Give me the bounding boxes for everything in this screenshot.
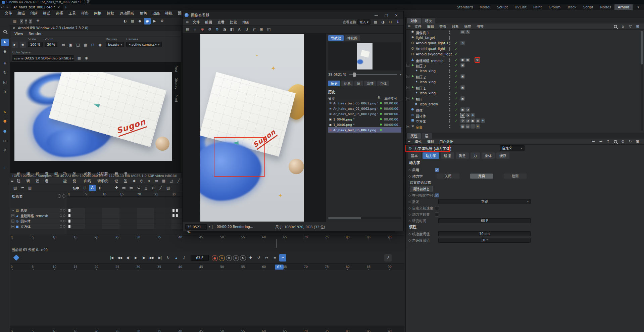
preview-mode-button[interactable]: ▴: [172, 254, 180, 262]
info-tab-2[interactable]: 层: [354, 81, 363, 86]
enabled-check-icon[interactable]: ✓: [455, 41, 457, 45]
layout-tab-paint[interactable]: Paint: [530, 4, 545, 10]
expander-icon[interactable]: -: [406, 97, 409, 100]
prev-frame-button[interactable]: ◀|: [124, 254, 131, 262]
crop-icon[interactable]: ⊡: [89, 42, 96, 48]
enabled-check-icon[interactable]: ✓: [455, 47, 457, 51]
frame-icon[interactable]: ▭: [153, 178, 160, 184]
up-icon[interactable]: ↑: [605, 138, 611, 145]
stop-render-icon[interactable]: ⊗: [199, 26, 206, 33]
expander-icon[interactable]: +: [11, 214, 14, 217]
object-row-1[interactable]: ⊕light_target: [406, 35, 644, 41]
back-icon[interactable]: ←: [590, 138, 597, 145]
phong-tag-icon[interactable]: ◑: [465, 107, 470, 112]
keyframe-marker[interactable]: [68, 225, 70, 228]
refresh-icon[interactable]: ↻: [627, 138, 634, 145]
film-tag-icon[interactable]: ▤: [465, 124, 470, 129]
render-view-icon[interactable]: ◐: [122, 18, 129, 25]
panel-toggle-icon[interactable]: ▥: [11, 18, 18, 25]
object-row-12[interactable]: -▲挤压✓▣: [406, 96, 644, 102]
visibility-toggles[interactable]: [449, 53, 450, 56]
motion-icon[interactable]: ●: [74, 185, 81, 191]
object-row-13[interactable]: ▶icon_arrow✓: [406, 102, 644, 107]
grid-icon[interactable]: ▦: [160, 178, 167, 184]
expander-icon[interactable]: +: [11, 225, 14, 228]
hamburger-icon[interactable]: ≡: [407, 138, 411, 145]
info-tab-1[interactable]: 信息: [341, 81, 353, 86]
save-icon[interactable]: ↓: [394, 19, 401, 26]
layout-tab-model[interactable]: Model: [476, 4, 494, 10]
material-ball-icon[interactable]: ●: [1, 117, 9, 125]
keyframe-marker[interactable]: [68, 209, 70, 212]
dope-track-3[interactable]: +■立方体: [10, 224, 67, 229]
panel-icon[interactable]: ▣: [634, 138, 641, 145]
ipr-menu-item-0[interactable]: View: [12, 30, 26, 38]
goto-end-button[interactable]: ▶|: [156, 254, 163, 262]
object-row-7[interactable]: ✶icon_xing✓: [406, 68, 644, 74]
enabled-check-icon[interactable]: ✓: [455, 69, 457, 73]
spline-pen-icon[interactable]: ✐: [1, 147, 9, 154]
snap-keys-icon[interactable]: ∩: [150, 185, 157, 191]
om-menu-item-5[interactable]: 书签: [474, 23, 486, 30]
version-b-button[interactable]: B: [243, 26, 250, 33]
forward-icon[interactable]: ↪: [5, 5, 9, 9]
checkbox[interactable]: [435, 212, 439, 217]
enabled-check-icon[interactable]: ✓: [455, 108, 457, 111]
view-transform-select[interactable]: 嵌入 ▾: [357, 19, 370, 25]
snow-tag-icon[interactable]: ✻: [481, 118, 485, 123]
record-objects-button[interactable]: ●: [212, 255, 218, 261]
move-tool-icon[interactable]: ✚: [1, 60, 9, 67]
visibility-toggles[interactable]: [449, 42, 450, 45]
link-keys-icon[interactable]: ⊂: [135, 185, 142, 191]
dope-menu-item-5[interactable]: 功能: [60, 170, 70, 192]
checkbox[interactable]: [435, 206, 439, 210]
checkbox[interactable]: ✓: [435, 168, 439, 172]
goto-range-icon[interactable]: ↦: [263, 254, 270, 262]
chevron-down-icon[interactable]: ▾: [209, 225, 210, 228]
info-tab-3[interactable]: 滤镜: [364, 81, 376, 86]
main-menu-item-12[interactable]: 模拟: [162, 10, 175, 17]
param-tab-2[interactable]: 碰撞: [441, 152, 454, 159]
visibility-toggles[interactable]: [449, 103, 450, 106]
ipr-settings-icon[interactable]: ⚙: [214, 26, 220, 33]
enabled-check-icon[interactable]: ✓: [455, 91, 457, 95]
document-tab[interactable]: Ar_hairs_test_0002.c4d * ×: [11, 4, 63, 10]
keyframe-dot-icon[interactable]: ◇: [408, 200, 412, 203]
history-row-3[interactable]: ▣1_0046.png *00:00:00: [328, 116, 401, 122]
navigator-tab-1[interactable]: 柱状图: [345, 35, 360, 41]
phong-tag-icon[interactable]: ◑: [465, 118, 470, 123]
goto-start-button[interactable]: |◀: [108, 254, 115, 262]
visibility-toggles[interactable]: [449, 75, 450, 78]
object-row-16[interactable]: ■立方体✓⚙◑▣■✻: [406, 118, 644, 124]
viewer-titlebar[interactable]: 图像查看器 — □ ×: [183, 11, 403, 19]
prev-key-button[interactable]: ◀◀: [116, 254, 123, 262]
forward-icon[interactable]: →: [597, 138, 604, 145]
mute-toggle[interactable]: [63, 220, 65, 222]
object-row-5[interactable]: ▲重建网格_remesh✓▣▦⚙: [406, 57, 644, 63]
keyframe-dot-icon[interactable]: ◇: [408, 239, 412, 242]
dope-menu-item-2[interactable]: 过滤: [33, 170, 42, 192]
layout-tab-groom[interactable]: Groom: [545, 4, 564, 10]
param-tab-4[interactable]: 力: [470, 152, 480, 159]
render-settings-icon[interactable]: ▦: [129, 18, 136, 25]
layout-tab-standard[interactable]: Standard: [454, 4, 477, 10]
enabled-check-icon[interactable]: ✓: [455, 75, 457, 78]
viewer-menu-item-3[interactable]: 比较: [227, 18, 240, 26]
viewer-menu-item-1[interactable]: 编辑: [202, 18, 215, 26]
gear-tag-icon[interactable]: ⚙: [460, 118, 465, 123]
tex-tag-icon[interactable]: ▣: [470, 118, 475, 123]
columns-icon[interactable]: ▥: [27, 185, 33, 191]
object-row-4[interactable]: ○Arnold skydome_light✓: [406, 52, 644, 57]
solo-toggle[interactable]: [60, 220, 62, 222]
param-tab-5[interactable]: 柔体: [482, 152, 495, 159]
ipr-menu-item-1[interactable]: Render: [26, 30, 44, 38]
main-menu-item-2[interactable]: 创建: [28, 10, 40, 17]
layout-tab-arnold[interactable]: Arnold: [614, 4, 633, 10]
expander-icon[interactable]: -: [406, 86, 409, 89]
navigator-view[interactable]: [328, 42, 401, 70]
scale-tool-icon[interactable]: ◱: [1, 79, 9, 86]
current-frame-indicator[interactable]: 63: [275, 265, 284, 270]
layout-menu-icon[interactable]: ▾: [633, 5, 644, 9]
object-tree-scrollbar[interactable]: [641, 31, 643, 131]
magnet-icon[interactable]: ∩: [146, 178, 152, 184]
